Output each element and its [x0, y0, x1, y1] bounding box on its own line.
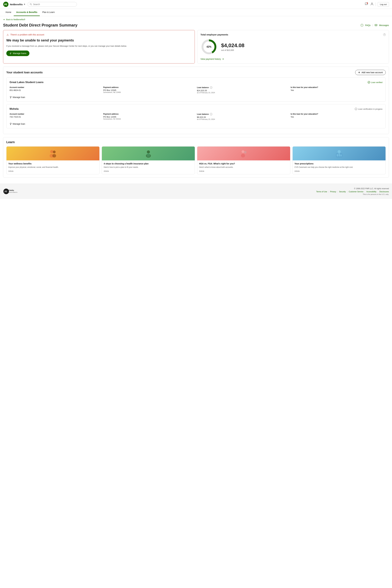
- loan-name-0: Great Lakes Student Loans: [10, 81, 44, 84]
- loan-payment-address-col-0: Payment address PO Box 12345 Somewhere, …: [103, 86, 195, 94]
- fidelity-logo: Fidelity INVESTMENTS: [3, 188, 18, 194]
- nav-plan-learn[interactable]: Plan & Learn: [40, 9, 57, 16]
- profile-button[interactable]: [370, 2, 374, 7]
- learn-card-img-3: [292, 146, 386, 160]
- profile-icon: [370, 2, 374, 6]
- main-content: ! There's a problem with this account We…: [0, 30, 392, 180]
- svg-point-24: [244, 151, 246, 154]
- learn-card-desc-2: Here's what to know about both accounts.: [199, 166, 288, 168]
- svg-point-16: [50, 150, 53, 153]
- payment-address-value1-0: PO Box 12345: [103, 89, 195, 91]
- loan-details-1: Account number 742-7315-01 Payment addre…: [10, 113, 382, 120]
- logout-button[interactable]: Log out: [378, 2, 389, 7]
- learn-card-3[interactable]: Your prescriptions CVS Caremark can help…: [292, 146, 386, 174]
- loan-education-col-1: Is this loan for your education? Yes: [290, 113, 382, 120]
- loan-verified-label-0: Loan verified: [371, 81, 382, 84]
- footer-divider-4: |: [364, 190, 365, 193]
- footer-terms-link[interactable]: Terms of Use: [316, 190, 327, 193]
- balance-info-icon-0[interactable]: i: [210, 86, 212, 89]
- nav-accounts-benefits[interactable]: Accounts & Benefits: [14, 9, 40, 16]
- learn-card-img-1: [102, 146, 195, 160]
- learn-card-1[interactable]: 4 steps to choosing a health insurance p…: [102, 146, 195, 174]
- payments-header: Total employer payments ?: [200, 33, 386, 36]
- verification-progress-label-1: Loan verification in progess: [358, 108, 382, 110]
- payment-amount: $4,024.08: [221, 42, 244, 48]
- donut-chart: 42%: [200, 38, 218, 55]
- payments-info-icon[interactable]: ?: [383, 34, 386, 36]
- footer-accessibility-link[interactable]: Accessibility: [366, 190, 376, 193]
- loan-card-header-1: Mohela i Loan verification in progess: [10, 108, 382, 110]
- payments-card: Total employer payments ? 42% $4,024.08 …: [197, 30, 389, 64]
- account-number-label-1: Account number: [10, 113, 102, 115]
- learn-card-body-0: Your wellness benefits Improve your phys…: [6, 160, 100, 174]
- netbenefits-logo-icon: [3, 2, 9, 7]
- learn-card-desc-0: Improve your physical, emotional, social…: [8, 166, 98, 168]
- loan-balance-col-0: Loan balance i $14,323.33 as of February…: [197, 86, 289, 94]
- payment-address-label-0: Payment address: [103, 86, 195, 88]
- back-link-text: Back to NetBenefits®: [6, 18, 25, 21]
- nav-home[interactable]: Home: [3, 9, 14, 16]
- search-input[interactable]: [33, 3, 74, 6]
- svg-text:i: i: [356, 108, 356, 110]
- search-icon: [30, 3, 32, 6]
- header-right: ? Log out: [364, 2, 389, 7]
- alert-card: ! There's a problem with this account We…: [3, 30, 195, 64]
- logo-text: NetBenefits: [10, 3, 23, 6]
- footer-security-link[interactable]: Security: [339, 190, 346, 193]
- svg-point-31: [4, 188, 9, 194]
- svg-rect-29: [338, 154, 340, 156]
- footer-divider-5: |: [378, 190, 378, 193]
- footer-copyright: © 1998-2022 FMR LLC. All rights reserved: [316, 188, 389, 190]
- manage-loan-button-0[interactable]: Manage loan: [10, 96, 25, 98]
- manage-loans-button[interactable]: Manage loans: [6, 50, 30, 56]
- loan-card-0: Great Lakes Student Loans Loan verified …: [6, 78, 386, 102]
- page-title: Student Debt Direct Program Summary: [3, 23, 78, 28]
- footer-inner: Fidelity INVESTMENTS © 1998-2022 FMR LLC…: [3, 188, 389, 195]
- balance-info-icon-1[interactable]: i: [210, 113, 212, 116]
- learn-card-title-1: 4 steps to choosing a health insurance p…: [104, 162, 193, 165]
- view-payment-history-link[interactable]: View payment history: [200, 58, 386, 60]
- svg-line-2: [31, 4, 32, 5]
- learn-card-desc-1: Here's how to pick a plan to fit your ne…: [104, 166, 193, 168]
- learn-card-desc-3: CVS Caremark can help you choose the rig…: [294, 166, 384, 168]
- alert-header: ! There's a problem with this account: [6, 33, 192, 36]
- plus-icon: [358, 71, 360, 74]
- add-loan-btn-label: Add new loan account: [362, 71, 383, 74]
- footer-bottom-text: This is for persons in the U.S. only.: [316, 194, 389, 195]
- payment-address-value2-0: Somewhere, NE 23456: [103, 91, 195, 93]
- learn-card-0[interactable]: Your wellness benefits Improve your phys…: [6, 146, 100, 174]
- payments-amount-area: $4,024.08 out of $10,000: [221, 42, 244, 51]
- payment-address-label-1: Payment address: [103, 113, 195, 115]
- education-value-0: Yes: [290, 89, 382, 91]
- back-link[interactable]: Back to NetBenefits®: [0, 16, 392, 23]
- warning-icon: !: [6, 33, 9, 36]
- education-label-0: Is this loan for your education?: [290, 86, 382, 88]
- chat-button[interactable]: ?: [364, 2, 368, 7]
- learn-card-body-1: 4 steps to choosing a health insurance p…: [102, 160, 195, 174]
- footer-disclosures-link[interactable]: Disclosures: [379, 190, 389, 193]
- loan-education-col-0: Is this loan for your education? Yes: [290, 86, 382, 94]
- learn-card-type-2: Article: [199, 170, 288, 172]
- donut-percentage: 42%: [206, 46, 212, 48]
- learn-card-2[interactable]: HSA vs. FSA: What's right for you? Here'…: [197, 146, 290, 174]
- add-loan-button[interactable]: Add new loan account: [355, 70, 386, 75]
- footer-divider-3: |: [347, 190, 348, 193]
- manage-loan-button-1[interactable]: Manage loan: [10, 123, 25, 125]
- chat-icon: ?: [364, 2, 368, 6]
- footer-customer-service-link[interactable]: Customer Service: [349, 190, 363, 193]
- loan-balance-date-0: as of February 23, 2024: [197, 92, 289, 94]
- payment-address-value2-1: Somewhere, NC 65432: [103, 118, 195, 120]
- loan-account-number-col-1: Account number 742-7315-01: [10, 113, 102, 120]
- footer-privacy-link[interactable]: Privacy: [330, 190, 336, 193]
- search-box[interactable]: [28, 2, 77, 7]
- messages-link[interactable]: Messages: [379, 24, 389, 26]
- page-links: ? FAQs | Messages: [360, 24, 389, 27]
- learn-card-title-3: Your prescriptions: [294, 162, 384, 165]
- footer-divider-2: |: [337, 190, 338, 193]
- svg-rect-22: [147, 154, 150, 157]
- svg-text:Fidelity: Fidelity: [9, 190, 14, 191]
- loan-balance-label-0: Loan balance i: [197, 86, 289, 89]
- learn-card-type-1: Article: [104, 170, 193, 172]
- faqs-link[interactable]: FAQs: [365, 24, 370, 26]
- logo: NetBenefits ®: [3, 2, 25, 7]
